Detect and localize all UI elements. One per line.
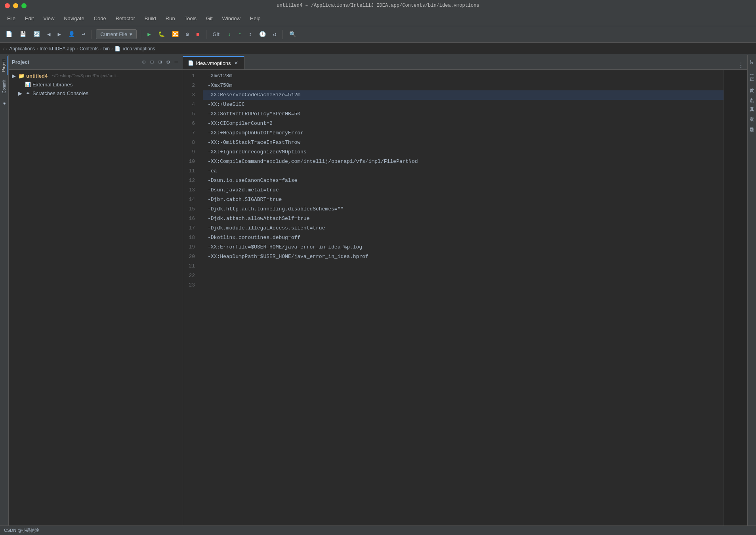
breadcrumb-vmoptions[interactable]: idea.vmoptions	[123, 46, 155, 52]
menu-window[interactable]: Window	[218, 14, 244, 23]
git-update-button[interactable]: ↓	[225, 30, 233, 39]
profile-button[interactable]: 👤	[66, 29, 77, 39]
separator-3	[206, 30, 206, 39]
git-rollback-button[interactable]: ↺	[271, 29, 279, 39]
line-number: 20	[183, 252, 199, 262]
menu-tools[interactable]: Tools	[181, 14, 200, 23]
breadcrumb-sep-4: ›	[111, 46, 113, 52]
code-line: -Djbr.catch.SIGABRT=true	[203, 195, 724, 204]
menu-file[interactable]: File	[3, 14, 19, 23]
code-line: -Djdk.module.illegalAccess.silent=true	[203, 224, 724, 233]
activity-commit[interactable]: Commit	[1, 76, 7, 96]
editor-content[interactable]: -Xms128m-Xmx750m-XX:ReservedCodeCacheSiz…	[203, 70, 724, 525]
tab-more-button[interactable]: ⋮	[735, 61, 747, 69]
dropdown-arrow-icon: ▾	[130, 31, 132, 37]
breadcrumb-root[interactable]: /	[3, 46, 4, 52]
collapse-all-button[interactable]: ⊟	[149, 58, 155, 66]
right-panel-item-3[interactable]: 点击	[748, 91, 756, 97]
tab-close-button[interactable]: ✕	[233, 60, 239, 66]
minimize-sidebar-button[interactable]: —	[173, 58, 179, 66]
right-panel-item-4[interactable]: 工具	[748, 101, 756, 107]
menu-view[interactable]: View	[39, 14, 58, 23]
minimize-button[interactable]	[13, 3, 18, 8]
folder-icon: 📁	[18, 73, 25, 79]
run-with-coverage-button[interactable]: 🔀	[170, 29, 181, 39]
code-line: -Xmx750m	[203, 81, 724, 90]
forward-button[interactable]: ▶	[55, 29, 63, 39]
breadcrumb-bin[interactable]: bin	[103, 46, 110, 52]
git-history-button[interactable]: 🕐	[257, 29, 268, 39]
menu-refactor[interactable]: Refactor	[112, 14, 139, 23]
breadcrumb-intellij[interactable]: IntelliJ IDEA.app	[40, 46, 75, 52]
code-line: -XX:ErrorFile=$USER_HOME/java_error_in_i…	[203, 243, 724, 252]
tab-bar: 📄 idea.vmoptions ✕ ⋮	[183, 55, 747, 70]
code-line: -Xms128m	[203, 71, 724, 81]
close-button[interactable]	[5, 3, 10, 8]
debug-button[interactable]: 🐛	[156, 29, 167, 39]
tree-item-untitled4[interactable]: ▶ 📁 untitled4 ~/Desktop/DevSpace/Project…	[9, 71, 183, 80]
right-panel-item-1[interactable]: 正(	[748, 71, 756, 78]
right-panel-item-6[interactable]: 题目	[748, 121, 756, 127]
settings-button[interactable]: ⚙	[165, 58, 171, 66]
editor[interactable]: 1234567891011121314151617181920212223 -X…	[183, 70, 747, 525]
code-line: -XX:+IgnoreUnrecognizedVMOptions	[203, 147, 724, 157]
bar-chart-icon: 📊	[25, 81, 31, 88]
code-line: -XX:HeapDumpPath=$USER_HOME/java_error_i…	[203, 252, 724, 262]
line-number: 19	[183, 243, 199, 252]
code-line: -Djdk.http.auth.tunneling.disabledScheme…	[203, 204, 724, 214]
separator-1	[92, 30, 92, 39]
right-panel-item-2[interactable]: 首次	[748, 82, 756, 88]
breadcrumb-applications[interactable]: Applications	[9, 46, 35, 52]
tree-item-scratches[interactable]: ▶ ✦ Scratches and Consoles	[9, 89, 183, 97]
git-push-button[interactable]: ↑	[236, 30, 244, 39]
line-number: 22	[183, 271, 199, 281]
tree-item-label-untitled4: untitled4	[26, 73, 48, 79]
breadcrumb-contents[interactable]: Contents	[80, 46, 99, 52]
menu-build[interactable]: Build	[141, 14, 160, 23]
menu-edit[interactable]: Edit	[21, 14, 38, 23]
right-panel-item-5[interactable]: 案·	[748, 110, 756, 118]
git-fetch-button[interactable]: ↕	[246, 30, 254, 39]
menu-git[interactable]: Git	[202, 14, 217, 23]
line-number: 14	[183, 195, 199, 204]
line-number: 18	[183, 233, 199, 243]
line-number: 3	[183, 90, 199, 100]
line-number: 16	[183, 214, 199, 224]
sync-button[interactable]: 🔄	[31, 29, 42, 39]
line-number: 5	[183, 109, 199, 119]
sidebar-title: Project	[12, 59, 137, 65]
git-label: Git:	[210, 31, 223, 37]
menu-navigate[interactable]: Navigate	[60, 14, 88, 23]
back-button[interactable]: ◀	[45, 29, 53, 39]
search-everywhere-button[interactable]: 🔍	[287, 29, 298, 39]
save-button[interactable]: 💾	[17, 29, 29, 39]
separator-4	[283, 30, 283, 39]
menu-bar: File Edit View Navigate Code Refactor Bu…	[0, 11, 756, 26]
run-config-button[interactable]: ⚙	[183, 29, 191, 39]
maximize-button[interactable]	[21, 3, 27, 8]
tree-item-external-libraries[interactable]: 📊 External Libraries	[9, 80, 183, 89]
code-line: -ea	[203, 166, 724, 176]
line-number: 11	[183, 166, 199, 176]
new-file-button[interactable]: 📄	[3, 29, 15, 39]
add-module-button[interactable]: ⊕	[141, 58, 147, 66]
file-tab-icon: 📄	[188, 60, 194, 66]
menu-help[interactable]: Help	[246, 14, 265, 23]
main-layout: Project Commit ◈ Project ⊕ ⊟ ⊞ ⚙ — ▶ 📁 u…	[0, 55, 756, 525]
right-panel-item-0[interactable]: Le	[749, 56, 755, 67]
code-line: -XX:-OmitStackTraceInFastThrow	[203, 138, 724, 147]
stop-button[interactable]: ■	[194, 30, 202, 39]
activity-extra[interactable]: ◈	[1, 98, 7, 109]
code-line: -XX:+HeapDumpOnOutOfMemoryError	[203, 128, 724, 138]
expand-all-button[interactable]: ⊞	[157, 58, 163, 66]
code-line: -Dsun.io.useCanonCaches=false	[203, 176, 724, 185]
menu-run[interactable]: Run	[162, 14, 179, 23]
menu-code[interactable]: Code	[90, 14, 110, 23]
activity-project[interactable]: Project	[1, 56, 8, 75]
line-number: 13	[183, 185, 199, 195]
line-number: 21	[183, 262, 199, 271]
current-file-dropdown[interactable]: Current File ▾	[96, 29, 137, 39]
run-button[interactable]: ▶	[145, 29, 153, 39]
tab-vmoptions[interactable]: 📄 idea.vmoptions ✕	[183, 56, 244, 69]
revert-button[interactable]: ↩	[80, 29, 88, 39]
